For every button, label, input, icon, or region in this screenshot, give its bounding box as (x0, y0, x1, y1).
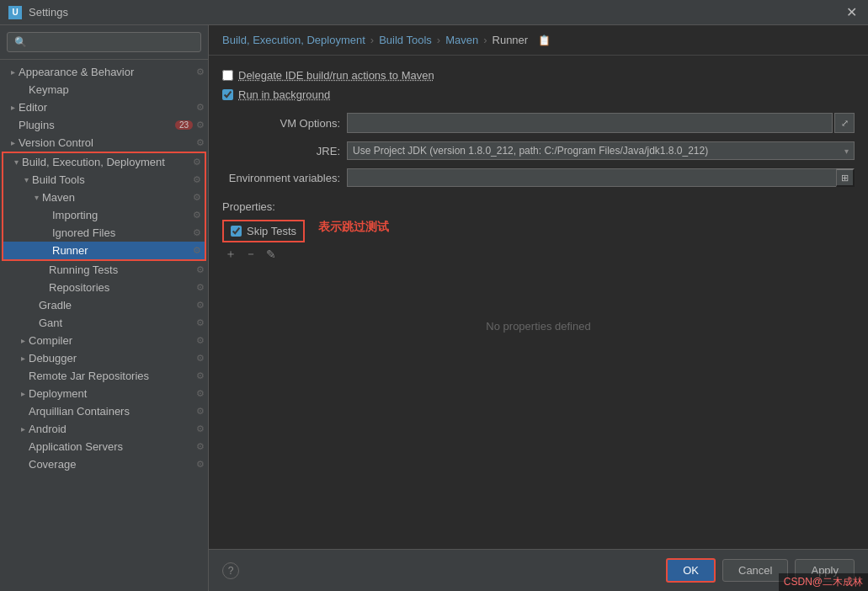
breadcrumb-item-build-tools[interactable]: Build Tools (379, 34, 432, 46)
sidebar-item-repositories[interactable]: Repositories ⚙ (0, 279, 208, 296)
arrow-icon (17, 353, 29, 365)
annotation-text: 表示跳过测试 (318, 220, 389, 235)
breadcrumb-sep: › (483, 34, 487, 46)
sidebar-item-remote-jar[interactable]: Remote Jar Repositories ⚙ (0, 367, 208, 385)
breadcrumb-item-maven[interactable]: Maven (445, 34, 478, 46)
spacer (17, 370, 29, 382)
breadcrumb-info-icon: 📋 (538, 35, 551, 46)
sidebar-item-version-control[interactable]: Version Control ⚙ (0, 134, 208, 152)
settings-form: Delegate IDE build/run actions to Maven … (209, 56, 868, 549)
jre-value: Use Project JDK (version 1.8.0_212, path… (353, 145, 708, 157)
env-vars-input[interactable] (347, 168, 855, 187)
env-vars-input-wrapper: ⊞ (347, 168, 855, 187)
gear-icon: ⚙ (196, 353, 205, 364)
gear-icon: ⚙ (196, 370, 205, 381)
sidebar-item-ignored-files[interactable]: Ignored Files ⚙ (3, 224, 205, 242)
spacer (27, 300, 39, 311)
sidebar-item-build-tools[interactable]: Build Tools ⚙ (3, 171, 205, 189)
arrow-icon (30, 192, 42, 204)
sidebar-item-app-servers[interactable]: Application Servers ⚙ (0, 438, 208, 455)
gear-icon: ⚙ (196, 102, 205, 113)
sidebar-item-gradle[interactable]: Gradle ⚙ (0, 296, 208, 314)
search-input[interactable] (7, 32, 201, 52)
gear-icon: ⚙ (196, 388, 205, 399)
spacer (27, 317, 39, 329)
vm-options-row: VM Options: ⤢ (222, 113, 855, 133)
spacer (7, 120, 19, 131)
gear-icon: ⚙ (193, 192, 201, 203)
sidebar-item-runner[interactable]: Runner ⚙ (3, 242, 205, 259)
gear-icon: ⚙ (196, 137, 205, 148)
skip-tests-label[interactable]: Skip Tests (247, 225, 296, 237)
app-icon: U (8, 6, 22, 19)
delegate-checkbox[interactable] (222, 70, 233, 81)
arrow-icon (20, 174, 32, 186)
edit-property-button[interactable]: ✎ (263, 246, 280, 263)
sidebar-item-keymap[interactable]: Keymap (0, 81, 208, 98)
gear-icon: ⚙ (193, 174, 201, 185)
spacer (40, 245, 52, 257)
gear-icon: ⚙ (196, 282, 205, 293)
sidebar-item-arquillian[interactable]: Arquillian Containers ⚙ (0, 402, 208, 420)
delegate-label[interactable]: Delegate IDE build/run actions to Maven (238, 69, 434, 82)
spacer (17, 441, 29, 453)
breadcrumb-sep: › (437, 34, 440, 46)
main-layout: Appearance & Behavior ⚙ Keymap Editor ⚙ … (0, 25, 868, 591)
sidebar-item-build-exec-deploy[interactable]: Build, Execution, Deployment ⚙ (3, 153, 205, 171)
sidebar-item-android[interactable]: Android ⚙ (0, 420, 208, 438)
titlebar: U Settings ✕ (0, 0, 868, 25)
sidebar-item-coverage[interactable]: Coverage ⚙ (0, 455, 208, 473)
spacer (37, 282, 49, 294)
dropdown-arrow-icon: ▾ (844, 146, 849, 156)
gear-icon: ⚙ (196, 300, 205, 311)
close-button[interactable]: ✕ (843, 4, 860, 21)
spacer (17, 84, 29, 96)
vm-options-label: VM Options: (222, 117, 340, 130)
env-vars-label: Environment variables: (222, 172, 340, 184)
sidebar-item-appearance[interactable]: Appearance & Behavior ⚙ (0, 63, 208, 81)
skip-tests-box: Skip Tests (222, 220, 305, 242)
spacer (37, 264, 49, 276)
arrow-icon (7, 137, 19, 149)
spacer (40, 227, 52, 239)
remove-property-button[interactable]: － (242, 246, 259, 263)
spacer (17, 459, 29, 471)
sidebar-item-compiler[interactable]: Compiler ⚙ (0, 332, 208, 349)
gear-icon: ⚙ (196, 264, 205, 275)
gear-icon: ⚙ (196, 120, 205, 130)
gear-icon: ⚙ (196, 423, 205, 434)
help-button[interactable]: ? (222, 562, 239, 579)
gear-icon: ⚙ (193, 210, 201, 221)
watermark: CSDN@二木成林 (779, 573, 868, 591)
bottom-bar: ? OK Cancel Apply (209, 549, 868, 591)
sidebar-item-editor[interactable]: Editor ⚙ (0, 98, 208, 116)
gear-icon: ⚙ (193, 157, 201, 168)
arrow-icon (17, 335, 29, 347)
sidebar-item-debugger[interactable]: Debugger ⚙ (0, 349, 208, 367)
run-background-label[interactable]: Run in background (238, 88, 330, 101)
gear-icon: ⚙ (196, 67, 205, 77)
properties-toolbar: ＋ － ✎ (222, 246, 855, 263)
sidebar-item-maven[interactable]: Maven ⚙ (3, 189, 205, 206)
plugins-badge: 23 (175, 120, 193, 130)
jre-label: JRE: (222, 145, 340, 157)
skip-tests-checkbox[interactable] (231, 226, 242, 237)
vm-options-expand-button[interactable]: ⤢ (834, 113, 855, 133)
gear-icon: ⚙ (196, 441, 205, 452)
jre-select[interactable]: Use Project JDK (version 1.8.0_212, path… (347, 141, 855, 160)
add-property-button[interactable]: ＋ (222, 246, 239, 263)
sidebar-item-gant[interactable]: Gant ⚙ (0, 314, 208, 332)
run-background-checkbox[interactable] (222, 89, 233, 100)
env-vars-expand-button[interactable]: ⊞ (836, 168, 855, 187)
sidebar-item-running-tests[interactable]: Running Tests ⚙ (0, 261, 208, 279)
breadcrumb-sep: › (370, 34, 374, 46)
sidebar-item-deployment[interactable]: Deployment ⚙ (0, 385, 208, 402)
content-area: Build, Execution, Deployment › Build Too… (209, 25, 868, 591)
jre-row: JRE: Use Project JDK (version 1.8.0_212,… (222, 141, 855, 160)
breadcrumb-item-build[interactable]: Build, Execution, Deployment (222, 34, 365, 46)
sidebar-item-plugins[interactable]: Plugins 23 ⚙ (0, 116, 208, 134)
sidebar-item-importing[interactable]: Importing ⚙ (3, 206, 205, 224)
properties-label: Properties: (222, 200, 855, 213)
ok-button[interactable]: OK (666, 558, 716, 583)
vm-options-input[interactable] (347, 113, 833, 133)
